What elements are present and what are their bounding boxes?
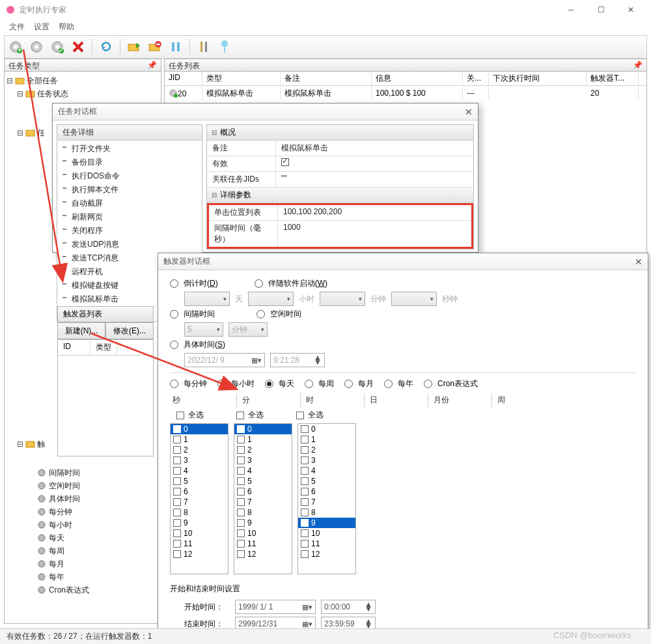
task-type-item[interactable]: 发送UDP消息 (57, 238, 202, 251)
list-item[interactable]: 8 (171, 507, 228, 518)
seconds-listbox[interactable]: 0123456789101112 (170, 423, 229, 574)
item-checkbox[interactable] (237, 509, 245, 516)
sec-selectall-checkbox[interactable] (176, 412, 184, 419)
task-type-item[interactable]: 备份目录 (57, 156, 202, 169)
task-type-item[interactable]: 执行脚本文件 (57, 183, 202, 197)
menu-file[interactable]: 文件 (9, 21, 25, 33)
list-item[interactable]: 1 (234, 434, 292, 445)
min-selectall-checkbox[interactable] (236, 412, 244, 419)
list-item[interactable]: 3 (298, 455, 355, 466)
task-type-item[interactable]: 自动截屏 (57, 197, 202, 210)
item-checkbox[interactable] (173, 477, 181, 485)
task-type-item[interactable]: 关闭程序 (57, 224, 202, 238)
radio-every-minute[interactable] (170, 380, 178, 388)
maximize-button[interactable]: ☐ (586, 0, 616, 20)
item-checkbox[interactable] (173, 425, 181, 433)
item-checkbox[interactable] (301, 467, 309, 475)
list-item[interactable]: 3 (171, 455, 228, 466)
start-time-spinner[interactable]: 0:00:00▲▼ (321, 600, 376, 614)
list-item[interactable]: 3 (234, 455, 292, 466)
list-item[interactable]: 4 (234, 466, 292, 476)
item-checkbox[interactable] (173, 446, 181, 454)
item-checkbox[interactable] (237, 467, 245, 475)
interval-value-combo[interactable]: 5▾ (184, 322, 223, 337)
seconds-combo[interactable]: ▾ (391, 292, 437, 306)
item-checkbox[interactable] (237, 456, 245, 464)
item-checkbox[interactable] (301, 425, 309, 433)
specific-time-spinner[interactable]: 9:21:28▲▼ (270, 353, 325, 367)
close-button[interactable]: ✕ (616, 0, 646, 20)
folder-del-icon[interactable] (146, 38, 163, 55)
radio-specific[interactable] (170, 341, 178, 349)
pin-icon[interactable]: 📌 (147, 61, 157, 70)
item-checkbox[interactable] (173, 436, 181, 443)
list-item[interactable]: 4 (298, 466, 355, 476)
item-checkbox[interactable] (237, 540, 245, 548)
minimize-button[interactable]: ─ (556, 0, 586, 20)
list-item[interactable]: 12 (171, 549, 228, 559)
item-checkbox[interactable] (301, 519, 309, 527)
item-checkbox[interactable] (237, 529, 245, 537)
radio-every-year[interactable] (384, 380, 393, 388)
days-combo[interactable]: ▾ (184, 292, 230, 306)
item-checkbox[interactable] (301, 498, 309, 506)
list-item[interactable]: 10 (298, 528, 355, 539)
item-checkbox[interactable] (173, 550, 181, 558)
item-checkbox[interactable] (301, 456, 309, 464)
list-item[interactable]: 2 (171, 445, 228, 455)
item-checkbox[interactable] (301, 540, 309, 548)
folder-out-icon[interactable] (126, 38, 143, 55)
task-row[interactable]: 20 模拟鼠标单击 模拟鼠标单击 100,100 $ 100 --- 20 (165, 86, 646, 100)
list-item[interactable]: 12 (298, 549, 355, 559)
item-checkbox[interactable] (173, 519, 181, 527)
close-icon[interactable]: ✕ (465, 107, 473, 117)
item-checkbox[interactable] (301, 529, 309, 537)
delete-x-icon[interactable] (70, 38, 87, 55)
radio-every-hour[interactable] (217, 380, 226, 388)
list-item[interactable]: 11 (234, 539, 292, 549)
list-item[interactable]: 6 (234, 486, 292, 497)
list-item[interactable]: 4 (171, 466, 228, 476)
minutes-combo[interactable]: ▾ (320, 292, 365, 306)
item-checkbox[interactable] (237, 498, 245, 506)
item-checkbox[interactable] (301, 477, 309, 485)
list-item[interactable]: 7 (234, 497, 292, 507)
hours-listbox[interactable]: 0123456789101112 (298, 423, 356, 574)
interval-unit-combo[interactable]: 分钟▾ (229, 322, 268, 337)
close-icon[interactable]: ✕ (635, 257, 643, 267)
list-item[interactable]: 9 (171, 518, 228, 528)
item-checkbox[interactable] (301, 488, 309, 496)
item-checkbox[interactable] (301, 509, 309, 516)
list-item[interactable]: 10 (234, 528, 292, 539)
list-item[interactable]: 11 (171, 539, 228, 549)
list-item[interactable]: 8 (234, 507, 292, 518)
menu-help[interactable]: 帮助 (59, 21, 74, 33)
list-item[interactable]: 9 (234, 518, 292, 528)
edit-trigger-button[interactable]: 修改(E)... (105, 322, 154, 339)
list-item[interactable]: 0 (234, 424, 292, 434)
info-pin-icon[interactable] (216, 38, 233, 55)
list-item[interactable]: 7 (298, 497, 355, 507)
item-checkbox[interactable] (237, 446, 245, 454)
list-item[interactable]: 9 (298, 518, 355, 528)
radio-interval[interactable] (170, 310, 178, 318)
task-type-item[interactable]: 打开文件夹 (57, 142, 202, 156)
hours-combo[interactable]: ▾ (248, 292, 294, 306)
specific-date-picker[interactable]: 2022/12/ 9▦▾ (184, 353, 265, 367)
trigger-table[interactable]: ID类型 (57, 339, 154, 456)
item-checkbox[interactable] (173, 488, 181, 496)
valid-checkbox[interactable] (281, 158, 289, 166)
radio-every-day[interactable] (265, 380, 273, 388)
list-item[interactable]: 11 (298, 539, 355, 549)
minutes-listbox[interactable]: 0123456789101112 (234, 423, 292, 574)
item-checkbox[interactable] (173, 498, 181, 506)
list-item[interactable]: 2 (298, 445, 355, 455)
list-item[interactable]: 0 (298, 424, 355, 434)
radio-every-month[interactable] (344, 380, 353, 388)
item-checkbox[interactable] (173, 509, 181, 516)
item-checkbox[interactable] (173, 529, 181, 537)
item-checkbox[interactable] (173, 456, 181, 464)
list-item[interactable]: 5 (298, 476, 355, 486)
radio-idle[interactable] (256, 310, 265, 318)
item-checkbox[interactable] (237, 477, 245, 485)
